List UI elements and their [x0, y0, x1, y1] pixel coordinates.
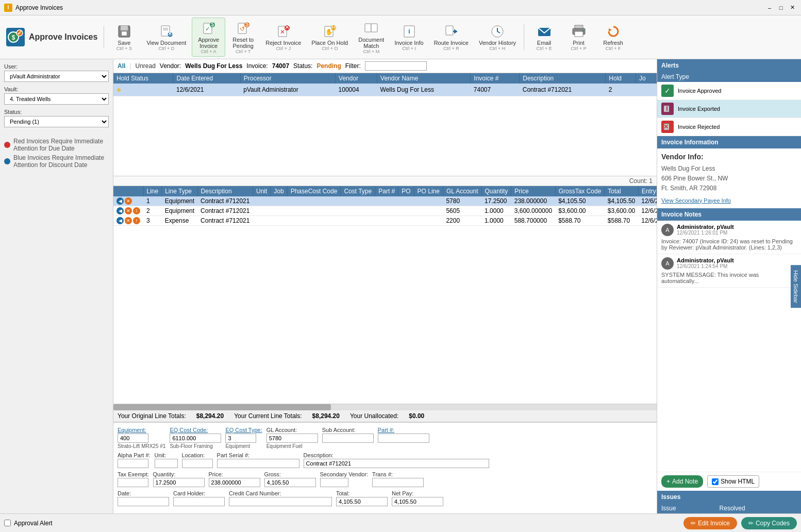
vendor-history-button[interactable]: Vendor History Ctrl + H	[474, 21, 521, 54]
line-item-row[interactable]: ◀ ✕ ! 3 Expense Contract #712021 2200 1.…	[113, 216, 657, 226]
document-match-label: DocumentMatch	[358, 37, 384, 49]
net-pay-input[interactable]	[392, 497, 443, 506]
show-html-checkbox[interactable]	[712, 478, 719, 485]
legend-red-dot	[4, 142, 10, 148]
date-input[interactable]	[118, 497, 169, 506]
invoice-filter-bar: All | Unread Vendor: Wells Dug For Less …	[113, 59, 657, 73]
td-po-line	[414, 206, 443, 216]
li-col-part: Part #	[375, 186, 398, 196]
row-del-btn[interactable]: ✕	[125, 207, 132, 214]
alpha-part-field: Alpha Part #:	[118, 452, 151, 468]
note-meta-1: Administrator, pVault 12/6/2021 1:26:01 …	[677, 224, 734, 236]
row-del-btn[interactable]: ✕	[125, 197, 132, 205]
li-col-po-line: PO Line	[414, 186, 443, 196]
row-warn-btn[interactable]: !	[133, 207, 140, 214]
alert-exported[interactable]: I Invoice Exported	[657, 100, 801, 118]
card-holder-input[interactable]	[173, 497, 225, 506]
row-nav-btn[interactable]: ◀	[116, 197, 124, 205]
col-processor: Processor	[240, 73, 335, 84]
td-description: Contract #712021	[197, 196, 253, 206]
approve-invoice-button[interactable]: ✓$ ApproveInvoice Ctrl + A	[192, 18, 225, 57]
td-price: 3,600.000000	[511, 206, 555, 216]
total-input[interactable]	[336, 497, 388, 506]
credit-card-input[interactable]	[229, 497, 332, 506]
edit-invoice-button[interactable]: ✏ Edit Invoice	[683, 517, 737, 529]
issues-col-issue: Issue	[657, 503, 715, 513]
equipment-label[interactable]: Equipment:	[118, 427, 165, 433]
gl-account-input[interactable]	[266, 434, 318, 443]
eq-cost-code-label[interactable]: EQ Cost Code:	[170, 427, 221, 433]
part-serial-input[interactable]	[217, 459, 299, 468]
li-col-phase: PhaseCost Code	[287, 186, 341, 196]
invoice-table-row[interactable]: ● 12/6/2021 pVault Administrator 100004 …	[113, 84, 657, 96]
avatar-1: A	[661, 224, 674, 236]
alert-rejected[interactable]: ✕ Invoice Rejected	[657, 118, 801, 136]
equipment-input[interactable]	[118, 434, 148, 443]
alert-approved[interactable]: ✓ Invoice Approved	[657, 82, 801, 100]
line-item-row[interactable]: ◀ ✕ 1 Equipment Contract #712021 5780 17…	[113, 196, 657, 206]
line-item-row[interactable]: ◀ ✕ ! 2 Equipment Contract #712021 5605 …	[113, 206, 657, 216]
td-po-line	[414, 216, 443, 226]
invoice-info-icon: i	[401, 23, 418, 40]
secondary-vendor-input[interactable]	[320, 478, 348, 487]
tab-all[interactable]: All	[118, 62, 125, 70]
email-button[interactable]: Email Ctrl + E	[527, 21, 561, 54]
gross-input[interactable]	[264, 478, 316, 487]
maximize-button[interactable]: □	[776, 3, 786, 12]
price-input[interactable]	[209, 478, 260, 487]
part-num-input[interactable]	[378, 434, 429, 443]
col-vendor: Vendor	[336, 73, 377, 84]
hide-sidebar-toggle[interactable]: Hide Sidebar	[791, 265, 801, 308]
row-nav-btn[interactable]: ◀	[116, 217, 124, 224]
tab-unread[interactable]: Unread	[135, 62, 155, 70]
invoice-info-button[interactable]: i Invoice Info Ctrl + I	[390, 21, 428, 54]
refresh-button[interactable]: Refresh Ctrl + F	[596, 21, 630, 54]
close-button[interactable]: ✕	[788, 3, 797, 12]
reject-invoice-button[interactable]: ✕✕ Reject Invoice Ctrl + J	[261, 21, 306, 54]
net-pay-field: Net Pay:	[392, 490, 443, 506]
description-input[interactable]	[304, 459, 489, 468]
print-button[interactable]: Print Ctrl + P	[562, 21, 595, 54]
eq-cost-type-label[interactable]: EQ Cost Type:	[225, 427, 262, 433]
td-po	[398, 206, 414, 216]
show-html-button[interactable]: Show HTML	[707, 475, 759, 488]
eq-cost-code-input[interactable]	[170, 434, 221, 443]
alpha-part-input[interactable]	[118, 459, 148, 468]
vault-select[interactable]: 4. Treated Wells	[4, 93, 109, 105]
location-input[interactable]	[182, 459, 213, 468]
row-warn-btn[interactable]: !	[133, 217, 140, 224]
alert-rejected-icon: ✕	[661, 121, 674, 133]
tax-exempt-input[interactable]	[118, 478, 148, 487]
payee-link[interactable]: View Secondary Payee Info	[661, 197, 731, 204]
equipment-field: Equipment: Strato-Lift MRX25 #1	[118, 427, 165, 449]
invoice-info-shortcut: Ctrl + I	[402, 46, 416, 51]
part-serial-label: Part Serial #:	[217, 452, 299, 458]
approval-alert-checkbox[interactable]	[4, 520, 11, 526]
row-nav-btn[interactable]: ◀	[116, 207, 124, 214]
unit-input[interactable]	[155, 459, 178, 468]
sub-account-input[interactable]	[322, 434, 374, 443]
td-total: $3,600.00	[605, 206, 638, 216]
part-num-label[interactable]: Part #:	[378, 427, 429, 433]
reset-pending-button[interactable]: $↺ Reset toPending Ctrl + T	[226, 18, 260, 57]
place-on-hold-button[interactable]: H✋ Place On Hold Ctrl + O	[307, 21, 353, 54]
save-button[interactable]: Save Ctrl + S	[107, 21, 141, 54]
filter-input[interactable]	[365, 61, 427, 71]
user-select[interactable]: pVault Administrator	[4, 71, 109, 82]
trans-num-input[interactable]	[372, 478, 424, 487]
row-del-btn[interactable]: ✕	[125, 217, 132, 224]
quantity-input[interactable]	[153, 478, 205, 487]
document-match-button[interactable]: DocumentMatch Ctrl + M	[354, 18, 389, 57]
status-select[interactable]: Pending (1)	[4, 116, 109, 127]
view-document-button[interactable]: 👁 View Document Ctrl + D	[142, 21, 191, 54]
eq-cost-type-input[interactable]	[225, 434, 256, 443]
route-invoice-button[interactable]: Route Invoice Ctrl + R	[429, 21, 473, 54]
line-items-scrollbar[interactable]	[113, 404, 657, 410]
add-note-button[interactable]: + Add Note	[661, 475, 703, 488]
td-part	[375, 196, 398, 206]
copy-codes-button[interactable]: ✏ Copy Codes	[741, 517, 797, 529]
minimize-button[interactable]: –	[765, 3, 774, 12]
td-hold-status: ●	[113, 84, 173, 96]
trans-num-field: Trans #:	[372, 471, 424, 487]
svg-point-40	[582, 30, 583, 32]
